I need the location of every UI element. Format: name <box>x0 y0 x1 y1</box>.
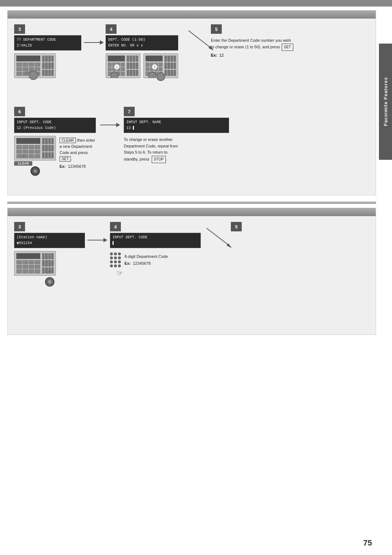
step6-block: 6 INPUT DEPT. CODE 12 (Previous Code) <box>14 107 96 177</box>
step5-instruction: Enter the Department Code number you wis… <box>211 37 294 51</box>
step7-display: INPUT DEPT. NAME 13 ▌ <box>124 118 229 133</box>
step6-instruction: CLEAR then enter a new Department Code a… <box>60 136 95 170</box>
sec2-step4-block: 4 INPUT DEPT. CODE ▌ <box>110 222 201 278</box>
step4-display: DEPT. CODE (1-50) ENTER NO. OR ∨ ∧ <box>106 35 178 50</box>
step3-block: 3 77 DEPARTMENT CODE 2:VALID <box>14 24 81 78</box>
step7-badge: 7 <box>124 107 135 116</box>
section1-header <box>8 11 376 19</box>
sec2-step4-display: INPUT DEPT. CODE ▌ <box>110 233 201 248</box>
stop-button: STOP <box>152 156 166 163</box>
arrow-sec2-3-4 <box>87 236 107 244</box>
sec2-step3-display: (Station name) ☎551234 <box>14 233 85 248</box>
svg-line-2 <box>207 228 230 246</box>
top-bar <box>0 0 392 7</box>
step6-badge: 6 <box>14 107 25 116</box>
section2-header <box>8 208 376 216</box>
step3-display: 77 DEPARTMENT CODE 2:VALID <box>14 35 81 50</box>
step5-example: Ex: 12 <box>211 53 294 57</box>
step4-fax: ☞ 1 <box>106 53 178 78</box>
sec2-step3-fax: ☞ <box>14 251 85 287</box>
dial-wheel <box>29 70 38 80</box>
sec2-step4-badge: 4 <box>110 222 121 231</box>
sec2-step3-badge: 3 <box>14 222 25 231</box>
set-button-5: SET <box>282 44 293 51</box>
clear-label: CLEAR <box>14 161 32 166</box>
arrow-sec2-4-5 <box>207 228 236 251</box>
step4-badge: 4 <box>106 24 117 34</box>
step7-block: 7 INPUT DEPT. NAME 13 ▌ To change or era… <box>124 107 229 163</box>
step6-fax-area: ☞ CLEAR CLEAR then enter a new Departmen… <box>14 136 96 177</box>
side-tab-label: Facsimile Features <box>383 77 388 126</box>
svg-line-0 <box>188 31 212 49</box>
side-tab: Facsimile Features <box>379 44 392 160</box>
sec2-circle-btn <box>45 277 54 287</box>
step5-badge: 5 <box>211 24 222 34</box>
sec2-step3-block: 3 (Station name) ☎551234 <box>14 222 85 288</box>
section-2: 3 (Station name) ☎551234 <box>7 208 376 335</box>
sec2-step5-badge: 5 <box>231 222 242 231</box>
step6-display: INPUT DEPT. CODE 12 (Previous Code) <box>14 118 96 133</box>
step7-instruction: To change or erase another Department Co… <box>124 137 229 163</box>
section-divider <box>7 202 376 204</box>
step3-fax: ☞ <box>14 53 81 78</box>
section-1: 3 77 DEPARTMENT CODE 2:VALID <box>7 10 376 195</box>
sec2-step4-dots: 8-digit Department Code Ex: 12345678 <box>110 252 201 267</box>
clear-button <box>30 166 40 176</box>
step5-block: 5 Enter the Department Code number you w… <box>211 24 294 57</box>
step3-badge: 3 <box>14 24 25 34</box>
arrow-6-7 <box>100 121 120 129</box>
step4-block: 4 DEPT. CODE (1-50) ENTER NO. OR ∨ ∧ <box>106 24 178 78</box>
arrow-3-4 <box>84 39 104 46</box>
sec2-step5-block: 5 <box>231 222 260 231</box>
page-number: 75 <box>363 538 372 548</box>
